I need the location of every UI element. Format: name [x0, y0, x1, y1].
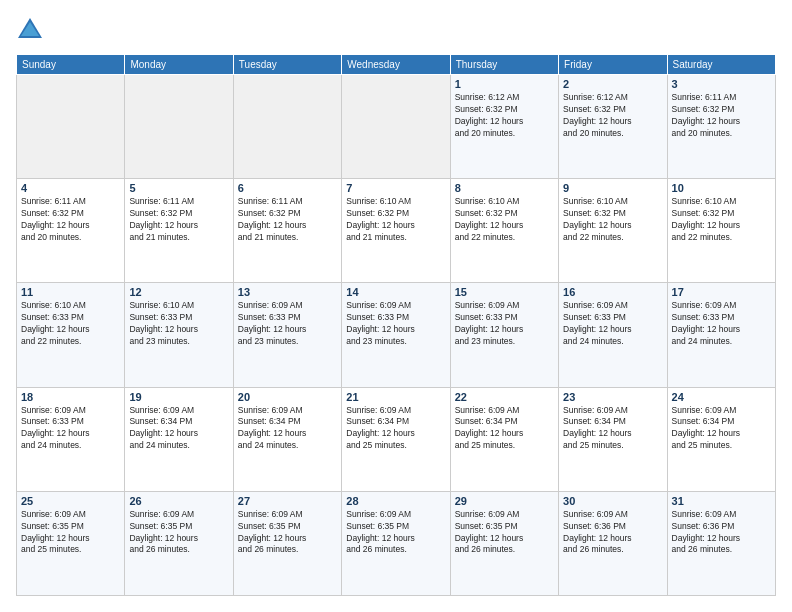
day-number: 14 [346, 286, 445, 298]
day-number: 12 [129, 286, 228, 298]
day-number: 9 [563, 182, 662, 194]
day-info: Sunrise: 6:09 AMSunset: 6:33 PMDaylight:… [455, 300, 554, 348]
day-number: 20 [238, 391, 337, 403]
calendar-cell: 10Sunrise: 6:10 AMSunset: 6:32 PMDayligh… [667, 179, 775, 283]
day-number: 23 [563, 391, 662, 403]
day-info: Sunrise: 6:11 AMSunset: 6:32 PMDaylight:… [672, 92, 771, 140]
calendar-cell [233, 75, 341, 179]
day-info: Sunrise: 6:09 AMSunset: 6:33 PMDaylight:… [563, 300, 662, 348]
day-number: 21 [346, 391, 445, 403]
calendar-cell: 16Sunrise: 6:09 AMSunset: 6:33 PMDayligh… [559, 283, 667, 387]
day-info: Sunrise: 6:09 AMSunset: 6:33 PMDaylight:… [346, 300, 445, 348]
day-number: 29 [455, 495, 554, 507]
calendar-cell: 15Sunrise: 6:09 AMSunset: 6:33 PMDayligh… [450, 283, 558, 387]
calendar-cell: 7Sunrise: 6:10 AMSunset: 6:32 PMDaylight… [342, 179, 450, 283]
calendar-cell: 23Sunrise: 6:09 AMSunset: 6:34 PMDayligh… [559, 387, 667, 491]
day-number: 25 [21, 495, 120, 507]
calendar-cell: 21Sunrise: 6:09 AMSunset: 6:34 PMDayligh… [342, 387, 450, 491]
calendar-cell: 2Sunrise: 6:12 AMSunset: 6:32 PMDaylight… [559, 75, 667, 179]
day-info: Sunrise: 6:11 AMSunset: 6:32 PMDaylight:… [21, 196, 120, 244]
day-info: Sunrise: 6:09 AMSunset: 6:34 PMDaylight:… [563, 405, 662, 453]
day-number: 16 [563, 286, 662, 298]
calendar-cell: 20Sunrise: 6:09 AMSunset: 6:34 PMDayligh… [233, 387, 341, 491]
day-number: 6 [238, 182, 337, 194]
day-number: 18 [21, 391, 120, 403]
calendar-day-header: Sunday [17, 55, 125, 75]
calendar-header-row: SundayMondayTuesdayWednesdayThursdayFrid… [17, 55, 776, 75]
day-number: 26 [129, 495, 228, 507]
day-info: Sunrise: 6:12 AMSunset: 6:32 PMDaylight:… [563, 92, 662, 140]
header [16, 16, 776, 44]
day-info: Sunrise: 6:09 AMSunset: 6:34 PMDaylight:… [238, 405, 337, 453]
day-info: Sunrise: 6:09 AMSunset: 6:35 PMDaylight:… [129, 509, 228, 557]
calendar-cell: 26Sunrise: 6:09 AMSunset: 6:35 PMDayligh… [125, 491, 233, 595]
day-info: Sunrise: 6:09 AMSunset: 6:33 PMDaylight:… [238, 300, 337, 348]
day-info: Sunrise: 6:10 AMSunset: 6:33 PMDaylight:… [129, 300, 228, 348]
calendar-day-header: Saturday [667, 55, 775, 75]
calendar-day-header: Monday [125, 55, 233, 75]
calendar-day-header: Wednesday [342, 55, 450, 75]
day-number: 8 [455, 182, 554, 194]
calendar-cell [17, 75, 125, 179]
calendar-day-header: Friday [559, 55, 667, 75]
page: SundayMondayTuesdayWednesdayThursdayFrid… [0, 0, 792, 612]
calendar-cell: 30Sunrise: 6:09 AMSunset: 6:36 PMDayligh… [559, 491, 667, 595]
calendar-cell: 13Sunrise: 6:09 AMSunset: 6:33 PMDayligh… [233, 283, 341, 387]
calendar-week-row: 1Sunrise: 6:12 AMSunset: 6:32 PMDaylight… [17, 75, 776, 179]
calendar-cell: 9Sunrise: 6:10 AMSunset: 6:32 PMDaylight… [559, 179, 667, 283]
calendar-cell: 19Sunrise: 6:09 AMSunset: 6:34 PMDayligh… [125, 387, 233, 491]
day-number: 3 [672, 78, 771, 90]
day-info: Sunrise: 6:09 AMSunset: 6:36 PMDaylight:… [672, 509, 771, 557]
day-info: Sunrise: 6:10 AMSunset: 6:32 PMDaylight:… [563, 196, 662, 244]
calendar-cell: 1Sunrise: 6:12 AMSunset: 6:32 PMDaylight… [450, 75, 558, 179]
day-number: 30 [563, 495, 662, 507]
day-number: 28 [346, 495, 445, 507]
calendar-body: 1Sunrise: 6:12 AMSunset: 6:32 PMDaylight… [17, 75, 776, 596]
logo-icon [16, 16, 44, 44]
day-info: Sunrise: 6:11 AMSunset: 6:32 PMDaylight:… [129, 196, 228, 244]
calendar-cell: 5Sunrise: 6:11 AMSunset: 6:32 PMDaylight… [125, 179, 233, 283]
day-number: 19 [129, 391, 228, 403]
day-number: 15 [455, 286, 554, 298]
logo [16, 16, 48, 44]
calendar-cell: 18Sunrise: 6:09 AMSunset: 6:33 PMDayligh… [17, 387, 125, 491]
calendar-cell: 31Sunrise: 6:09 AMSunset: 6:36 PMDayligh… [667, 491, 775, 595]
day-info: Sunrise: 6:09 AMSunset: 6:33 PMDaylight:… [672, 300, 771, 348]
day-info: Sunrise: 6:09 AMSunset: 6:34 PMDaylight:… [129, 405, 228, 453]
calendar-cell: 28Sunrise: 6:09 AMSunset: 6:35 PMDayligh… [342, 491, 450, 595]
calendar-table: SundayMondayTuesdayWednesdayThursdayFrid… [16, 54, 776, 596]
day-info: Sunrise: 6:09 AMSunset: 6:33 PMDaylight:… [21, 405, 120, 453]
calendar-cell [342, 75, 450, 179]
day-info: Sunrise: 6:09 AMSunset: 6:35 PMDaylight:… [346, 509, 445, 557]
calendar-cell [125, 75, 233, 179]
day-number: 13 [238, 286, 337, 298]
calendar-cell: 8Sunrise: 6:10 AMSunset: 6:32 PMDaylight… [450, 179, 558, 283]
day-info: Sunrise: 6:09 AMSunset: 6:34 PMDaylight:… [346, 405, 445, 453]
day-number: 4 [21, 182, 120, 194]
calendar-cell: 11Sunrise: 6:10 AMSunset: 6:33 PMDayligh… [17, 283, 125, 387]
day-info: Sunrise: 6:12 AMSunset: 6:32 PMDaylight:… [455, 92, 554, 140]
day-info: Sunrise: 6:09 AMSunset: 6:35 PMDaylight:… [455, 509, 554, 557]
day-info: Sunrise: 6:09 AMSunset: 6:34 PMDaylight:… [455, 405, 554, 453]
calendar-week-row: 18Sunrise: 6:09 AMSunset: 6:33 PMDayligh… [17, 387, 776, 491]
calendar-day-header: Thursday [450, 55, 558, 75]
day-number: 17 [672, 286, 771, 298]
day-info: Sunrise: 6:10 AMSunset: 6:32 PMDaylight:… [455, 196, 554, 244]
calendar-cell: 14Sunrise: 6:09 AMSunset: 6:33 PMDayligh… [342, 283, 450, 387]
day-info: Sunrise: 6:09 AMSunset: 6:35 PMDaylight:… [21, 509, 120, 557]
day-number: 5 [129, 182, 228, 194]
day-number: 1 [455, 78, 554, 90]
calendar-day-header: Tuesday [233, 55, 341, 75]
day-info: Sunrise: 6:11 AMSunset: 6:32 PMDaylight:… [238, 196, 337, 244]
calendar-cell: 4Sunrise: 6:11 AMSunset: 6:32 PMDaylight… [17, 179, 125, 283]
calendar-week-row: 4Sunrise: 6:11 AMSunset: 6:32 PMDaylight… [17, 179, 776, 283]
calendar-week-row: 11Sunrise: 6:10 AMSunset: 6:33 PMDayligh… [17, 283, 776, 387]
day-info: Sunrise: 6:09 AMSunset: 6:35 PMDaylight:… [238, 509, 337, 557]
day-info: Sunrise: 6:10 AMSunset: 6:32 PMDaylight:… [672, 196, 771, 244]
day-number: 31 [672, 495, 771, 507]
day-number: 2 [563, 78, 662, 90]
calendar-cell: 27Sunrise: 6:09 AMSunset: 6:35 PMDayligh… [233, 491, 341, 595]
calendar-cell: 6Sunrise: 6:11 AMSunset: 6:32 PMDaylight… [233, 179, 341, 283]
calendar-cell: 12Sunrise: 6:10 AMSunset: 6:33 PMDayligh… [125, 283, 233, 387]
day-number: 10 [672, 182, 771, 194]
